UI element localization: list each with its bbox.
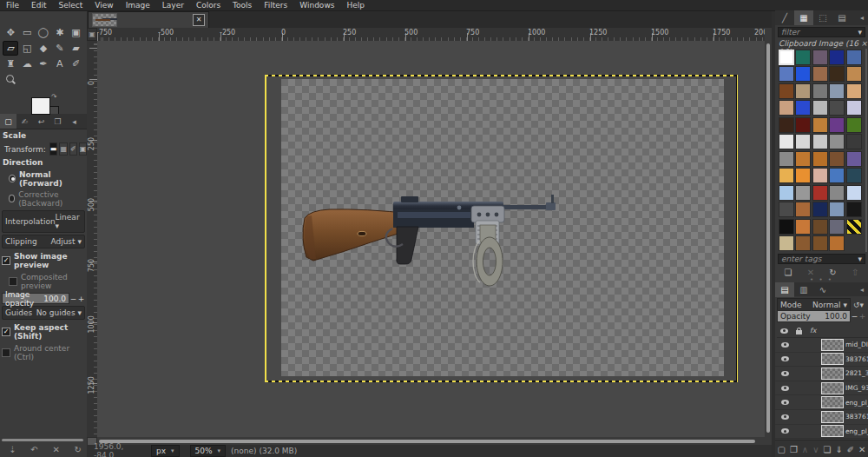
pattern-swatch[interactable] [812, 168, 828, 183]
layer-row[interactable]: eng_pl_M [775, 395, 868, 410]
refresh-patterns-button[interactable]: ↻ [829, 268, 836, 277]
pattern-swatch[interactable] [812, 50, 828, 65]
pattern-swatch[interactable] [795, 151, 811, 167]
dock-menu-icon[interactable]: ◂ [856, 10, 868, 25]
chevron-down-icon[interactable]: ▾ [858, 255, 862, 263]
keep-aspect-checkbox[interactable]: ✓ Keep aspect (Shift) [0, 321, 87, 342]
close-tab-icon[interactable]: ✕ [193, 14, 205, 26]
show-image-preview-checkbox[interactable]: ✓ Show image preview [0, 250, 87, 271]
pattern-swatch[interactable] [779, 185, 794, 201]
layer-row[interactable]: eng_pl_M [775, 425, 868, 440]
pattern-swatch[interactable] [779, 66, 794, 82]
pattern-swatch[interactable] [829, 50, 845, 65]
unit-dropdown[interactable]: px▾ [151, 445, 180, 457]
layer-mode-dropdown[interactable]: Mode Normal ▾ [777, 298, 851, 311]
layer-row[interactable]: 3837613.j [775, 353, 868, 368]
duplicate-pattern-button[interactable]: ❏ [785, 268, 792, 277]
pattern-grid-scrollbar[interactable] [865, 49, 867, 252]
interpolation-dropdown[interactable]: Interpolation Linear ▾ [2, 210, 85, 233]
menu-filters[interactable]: Filters [258, 0, 293, 10]
horizontal-ruler[interactable]: -750-500-2500250500750100012501500175020… [97, 28, 765, 42]
direction-corrective-radio[interactable]: Corrective (Backward) [0, 189, 87, 209]
pattern-swatch[interactable] [846, 151, 862, 167]
pattern-swatch[interactable] [779, 151, 794, 167]
pattern-swatch[interactable] [846, 219, 862, 235]
tab-gradients[interactable]: ▤ [832, 10, 852, 25]
swap-colors-icon[interactable]: ↷ [51, 93, 57, 101]
pattern-swatch[interactable] [846, 66, 862, 82]
delete-tool-preset-button[interactable]: ✕ [52, 445, 59, 454]
increase-icon[interactable]: + [77, 295, 85, 303]
horizontal-scrollbar[interactable] [87, 437, 765, 445]
decrease-icon[interactable]: − [69, 295, 77, 303]
layer-thumbnail[interactable] [821, 411, 844, 423]
layer-row[interactable]: 2821_3-M [775, 367, 868, 381]
pattern-swatch[interactable] [779, 50, 794, 65]
pattern-swatch[interactable] [829, 235, 845, 251]
pattern-swatch[interactable] [846, 83, 862, 99]
pattern-swatch[interactable] [829, 66, 845, 82]
menu-image[interactable]: Image [120, 0, 156, 10]
pattern-swatch[interactable] [812, 66, 828, 82]
pattern-swatch[interactable] [795, 117, 811, 133]
reset-tool-preset-button[interactable]: ↻ [75, 445, 82, 454]
layer-thumbnail[interactable] [821, 382, 844, 394]
pattern-swatch[interactable] [812, 219, 828, 235]
clipping-dropdown[interactable]: Clipping Adjust ▾ [2, 235, 85, 248]
layer-row[interactable]: IMG_9388 [775, 381, 868, 396]
duplicate-layer-button[interactable]: ❏ [823, 445, 831, 454]
pattern-swatch[interactable] [829, 168, 845, 183]
tab-brushes[interactable]: ╱ [775, 10, 794, 25]
image-tab[interactable]: ✕ [88, 11, 209, 28]
zoom-tool[interactable] [3, 72, 18, 87]
smudge-tool[interactable]: ☁ [19, 56, 35, 71]
menu-colors[interactable]: Colors [190, 0, 227, 10]
pattern-swatch[interactable] [829, 219, 845, 235]
pattern-swatch[interactable] [829, 202, 845, 217]
move-tool[interactable]: ✥ [3, 25, 18, 40]
pattern-swatch[interactable] [846, 100, 862, 116]
zoom-dropdown[interactable]: 50%▾ [190, 445, 227, 457]
tab-patterns[interactable]: ▦ [794, 10, 813, 25]
pattern-swatch[interactable] [779, 168, 794, 183]
guides-dropdown[interactable]: Guides No guides ▾ [2, 306, 85, 320]
tags-input[interactable]: enter tags ▾ [778, 254, 865, 264]
effects-icon[interactable]: fx [810, 327, 817, 334]
pattern-swatch[interactable] [812, 117, 828, 133]
pattern-swatch[interactable] [829, 151, 845, 167]
pattern-swatch[interactable] [846, 50, 862, 65]
reset-mode-icon[interactable]: ↺▾ [851, 301, 866, 309]
pattern-swatch[interactable] [779, 100, 794, 116]
tab-device-status[interactable]: ✍ [16, 114, 33, 129]
pattern-swatch[interactable] [846, 185, 862, 201]
vertical-scrollbar[interactable] [765, 41, 772, 437]
layer-thumbnail[interactable] [821, 339, 844, 351]
dock-menu-icon[interactable]: ◂ [856, 282, 868, 297]
layer-thumbnail[interactable] [821, 425, 844, 437]
crop-tool[interactable]: ▣ [69, 25, 84, 40]
visibility-icon[interactable] [781, 342, 789, 348]
composited-preview-checkbox[interactable]: Composited preview [0, 271, 87, 292]
decrease-icon[interactable]: − [851, 312, 858, 321]
shear-tool[interactable]: ◱ [19, 41, 35, 56]
layer-row[interactable]: 3837613.j [775, 410, 868, 425]
pattern-swatch[interactable] [812, 100, 828, 116]
pattern-filter-input[interactable]: filter ▾ [778, 27, 865, 37]
visibility-icon[interactable] [781, 356, 789, 361]
restore-tool-preset-button[interactable]: ↶ [30, 445, 37, 454]
new-layer-group-button[interactable]: ❐ [790, 445, 798, 454]
free-select-tool[interactable]: ◯ [36, 25, 51, 40]
pattern-swatch[interactable] [795, 100, 811, 116]
transform-path-button[interactable]: ✐ [69, 142, 77, 156]
pattern-swatch[interactable] [795, 134, 811, 149]
visibility-icon[interactable] [781, 414, 789, 420]
pattern-swatch[interactable] [795, 168, 811, 183]
layer-thumbnail[interactable] [821, 396, 844, 408]
visibility-icon[interactable] [781, 386, 789, 391]
pattern-swatch[interactable] [812, 83, 828, 99]
pattern-swatch[interactable] [846, 202, 862, 217]
visibility-icon[interactable] [781, 400, 789, 405]
pattern-swatch[interactable] [812, 134, 828, 149]
visibility-icon[interactable] [781, 371, 789, 376]
horizontal-scrollbar-thumb[interactable] [99, 440, 755, 443]
